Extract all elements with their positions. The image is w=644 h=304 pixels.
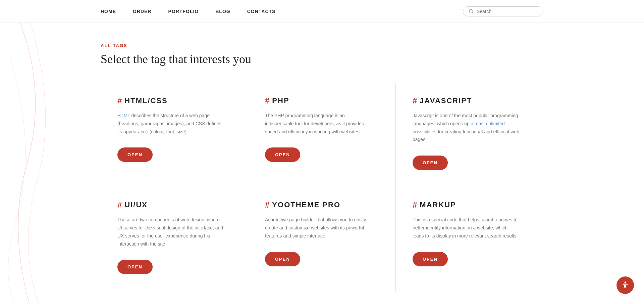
tag-desc-markup: This is a special code that helps search…: [413, 216, 520, 240]
page-title: Select the tag that interests you: [101, 52, 543, 66]
content-wrapper: ALL TAGS Select the tag that interests y…: [101, 43, 543, 291]
tag-desc-uiux: These are two components of web design, …: [117, 216, 225, 248]
tag-hash-6: #: [413, 201, 417, 209]
accessibility-icon: [621, 280, 630, 290]
tag-name-javascript: JAVASCRIPT: [420, 96, 472, 105]
open-button-markup[interactable]: OPEN: [413, 252, 448, 266]
tag-card-yootheme: # YOOTHEME PRO An intuitive page builder…: [248, 187, 396, 291]
tag-name-yootheme: YOOTHEME PRO: [272, 201, 340, 209]
nav-order[interactable]: ORDER: [133, 9, 152, 14]
search-icon: [469, 9, 474, 14]
tag-hash-2: #: [265, 97, 269, 105]
nav-links: HOME ORDER PORTFOLIO BLOG CONTACTS: [101, 8, 275, 14]
svg-line-1: [472, 12, 473, 13]
tag-hash-3: #: [413, 97, 417, 105]
tag-desc-php: The PHP programming language is an indis…: [265, 112, 372, 136]
tag-desc-html-css: HTML describes the structure of a web pa…: [117, 112, 225, 136]
accessibility-button[interactable]: [616, 276, 634, 294]
open-button-uiux[interactable]: OPEN: [117, 260, 153, 274]
tag-title-html-css: # HTML/CSS: [117, 96, 231, 105]
tag-name-php: PHP: [272, 96, 289, 105]
main-content: ALL TAGS Select the tag that interests y…: [0, 23, 644, 304]
nav-blog[interactable]: BLOG: [215, 9, 230, 14]
open-button-php[interactable]: OPEN: [265, 147, 300, 162]
nav-contacts[interactable]: CONTACTS: [247, 9, 276, 14]
open-button-html-css[interactable]: OPEN: [117, 147, 153, 162]
tag-desc-yootheme: An intuitive page builder that allows yo…: [265, 216, 372, 240]
navbar: HOME ORDER PORTFOLIO BLOG CONTACTS: [0, 0, 644, 23]
open-button-javascript[interactable]: OPEN: [413, 156, 448, 170]
tag-hash-1: #: [117, 97, 122, 105]
tag-hash-5: #: [265, 201, 269, 209]
tag-hash-4: #: [117, 201, 122, 209]
tag-title-javascript: # JAVASCRIPT: [413, 96, 527, 105]
tag-name-markup: MARKUP: [420, 201, 456, 209]
bg-decoration: [0, 23, 94, 304]
tag-card-markup: # MARKUP This is a special code that hel…: [396, 187, 543, 291]
nav-home[interactable]: HOME: [101, 9, 116, 14]
tag-desc-javascript: Javascript is one of the most popular pr…: [413, 112, 520, 144]
open-button-yootheme[interactable]: OPEN: [265, 252, 300, 266]
search-input[interactable]: [477, 9, 538, 14]
em-unlimited: almost unlimited possibilities: [413, 121, 505, 134]
tag-name-html-css: HTML/CSS: [124, 96, 167, 105]
tag-card-uiux: # UI/UX These are two components of web …: [101, 187, 248, 291]
tag-title-markup: # MARKUP: [413, 201, 527, 209]
all-tags-label: ALL TAGS: [101, 43, 543, 48]
tag-title-uiux: # UI/UX: [117, 201, 231, 209]
search-box: [463, 6, 543, 16]
tag-card-php: # PHP The PHP programming language is an…: [248, 83, 396, 187]
tags-grid: # HTML/CSS HTML describes the structure …: [101, 83, 543, 291]
tag-name-uiux: UI/UX: [124, 201, 148, 209]
html-link[interactable]: HTML: [117, 113, 130, 118]
tag-card-javascript: # JAVASCRIPT Javascript is one of the mo…: [396, 83, 543, 187]
tag-title-yootheme: # YOOTHEME PRO: [265, 201, 379, 209]
nav-portfolio[interactable]: PORTFOLIO: [168, 9, 199, 14]
tag-card-html-css: # HTML/CSS HTML describes the structure …: [101, 83, 248, 187]
svg-point-2: [625, 281, 626, 283]
tag-title-php: # PHP: [265, 96, 379, 105]
